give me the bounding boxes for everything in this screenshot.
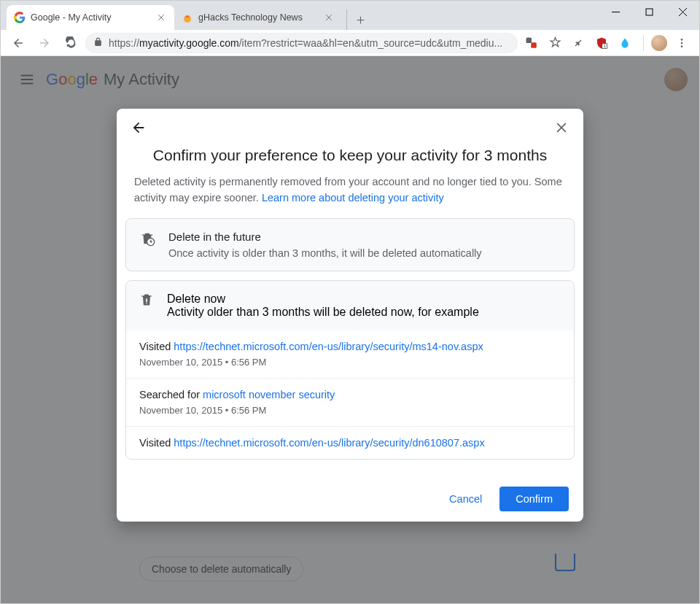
delete-now-title: Delete now — [167, 293, 479, 306]
browser-tab[interactable]: gHacks Technology News — [174, 5, 342, 30]
auto-delete-icon — [139, 231, 155, 259]
lock-icon — [93, 37, 103, 49]
menu-button[interactable] — [670, 31, 693, 55]
extension-icons: 1 — [521, 36, 636, 50]
tab-title: Google - My Activity — [31, 12, 150, 23]
toolbar-divider — [643, 35, 644, 51]
modal-overlay: Confirm your preference to keep your act… — [1, 56, 699, 603]
browser-tab-active[interactable]: Google - My Activity — [7, 5, 174, 30]
address-bar[interactable]: https://myactivity.google.com/item?restr… — [85, 33, 518, 53]
svg-rect-10 — [146, 298, 147, 302]
delete-future-card: Delete in the future Once activity is ol… — [125, 218, 575, 271]
delete-now-sub: Activity older than 3 months will be del… — [167, 306, 479, 319]
pin-extension-icon[interactable] — [572, 36, 585, 50]
close-window-button[interactable] — [666, 1, 699, 23]
back-arrow-icon[interactable] — [130, 119, 147, 136]
tab-close-icon[interactable] — [323, 12, 335, 23]
close-icon[interactable] — [553, 119, 570, 136]
activity-link[interactable]: https://technet.microsoft.com/en-us/libr… — [174, 341, 483, 352]
svg-point-11 — [146, 303, 147, 304]
window-titlebar: Google - My Activity gHacks Technology N… — [1, 1, 699, 30]
viewport: Google My Activity Choose to delete auto… — [1, 56, 699, 603]
ghacks-favicon — [182, 12, 193, 23]
back-button[interactable] — [7, 31, 30, 55]
bookmark-star-icon[interactable] — [548, 36, 561, 50]
delete-future-sub: Once activity is older than 3 months, it… — [168, 247, 561, 259]
activity-item: Visited https://technet.microsoft.com/en… — [126, 330, 574, 379]
url-text: https://myactivity.google.com/item?restr… — [109, 37, 510, 49]
tab-strip: Google - My Activity gHacks Technology N… — [7, 5, 367, 30]
tab-close-icon[interactable] — [155, 12, 167, 23]
minimize-button[interactable] — [599, 1, 632, 23]
svg-rect-3 — [531, 42, 537, 48]
profile-avatar[interactable] — [651, 35, 667, 51]
new-tab-button[interactable] — [346, 9, 367, 30]
activity-link[interactable]: microsoft november security — [203, 389, 335, 400]
activity-item: Visited https://technet.microsoft.com/en… — [126, 427, 574, 459]
trash-icon — [139, 293, 154, 319]
tab-title: gHacks Technology News — [198, 12, 318, 23]
svg-point-8 — [681, 45, 683, 47]
confirm-button[interactable]: Confirm — [499, 487, 569, 511]
ublock-extension-icon[interactable]: 1 — [595, 36, 608, 50]
confirm-dialog: Confirm your preference to keep your act… — [117, 109, 583, 522]
dialog-description: Deleted activity is permanently removed … — [117, 174, 583, 218]
learn-more-link[interactable]: Learn more about deleting your activity — [262, 192, 444, 204]
forward-button[interactable] — [33, 31, 56, 55]
activity-link[interactable]: https://technet.microsoft.com/en-us/libr… — [174, 437, 484, 449]
activity-time: November 10, 2015 • 6:56 PM — [139, 357, 561, 368]
activity-item: Searched for microsoft november security… — [126, 379, 574, 427]
browser-window: Google - My Activity gHacks Technology N… — [0, 0, 700, 604]
translate-extension-icon[interactable] — [525, 36, 538, 50]
svg-point-6 — [681, 39, 683, 41]
dialog-footer: Cancel Confirm — [117, 477, 583, 522]
dialog-header — [117, 109, 583, 139]
svg-rect-1 — [646, 9, 653, 15]
activity-time: November 10, 2015 • 6:56 PM — [139, 405, 561, 416]
delete-now-card: Delete now Activity older than 3 months … — [125, 280, 575, 460]
droplet-extension-icon[interactable] — [618, 36, 631, 50]
reload-button[interactable] — [59, 31, 82, 55]
google-favicon — [14, 12, 26, 23]
dialog-title: Confirm your preference to keep your act… — [117, 139, 583, 174]
dialog-body[interactable]: Deleted activity is permanently removed … — [117, 174, 583, 477]
window-controls — [599, 1, 699, 23]
maximize-button[interactable] — [632, 1, 666, 23]
svg-point-7 — [681, 42, 683, 44]
delete-future-title: Delete in the future — [168, 231, 561, 243]
toolbar: https://myactivity.google.com/item?restr… — [1, 30, 699, 56]
cancel-button[interactable]: Cancel — [439, 487, 492, 511]
svg-rect-2 — [526, 37, 532, 43]
